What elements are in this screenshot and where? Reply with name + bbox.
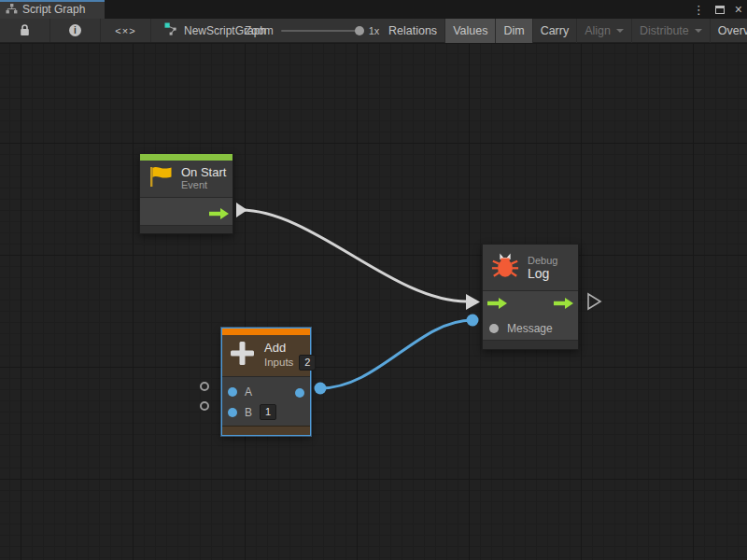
flow-output-port[interactable] bbox=[554, 296, 573, 313]
message-input-port[interactable] bbox=[489, 324, 499, 333]
relations-button[interactable]: Relations bbox=[381, 19, 445, 43]
tab-bar: Script Graph ⋮ × bbox=[0, 0, 747, 19]
zoom-label: Zoom bbox=[245, 24, 274, 37]
carry-button[interactable]: Carry bbox=[533, 19, 578, 43]
window-menu-icon[interactable]: ⋮ bbox=[693, 4, 705, 16]
graph-toolbar: i <×> NewScriptGraph Zoom 1x Re bbox=[0, 19, 747, 43]
zoom-slider-handle[interactable] bbox=[355, 26, 364, 35]
zoom-slider[interactable] bbox=[281, 30, 361, 32]
graph-canvas[interactable]: On Start Event bbox=[0, 44, 747, 560]
maximize-icon[interactable] bbox=[715, 6, 725, 14]
window-controls: ⋮ × bbox=[693, 0, 742, 19]
lock-button[interactable] bbox=[0, 19, 50, 42]
tab-script-graph[interactable]: Script Graph bbox=[0, 0, 105, 19]
node-title: Log bbox=[528, 267, 557, 281]
port-b-outer-socket[interactable] bbox=[200, 401, 209, 411]
wire-layer bbox=[0, 44, 747, 560]
graph-tree-icon bbox=[6, 1, 18, 18]
distribute-dropdown[interactable]: Distribute bbox=[632, 19, 711, 43]
port-label-message: Message bbox=[507, 322, 553, 335]
flow-wire-arrowhead bbox=[466, 294, 480, 310]
port-label-b: B bbox=[245, 406, 252, 419]
inputs-label: Inputs bbox=[264, 357, 293, 369]
toolbar-buttons: Relations Values Dim Carry Align Distrib… bbox=[381, 19, 747, 43]
value-wire-source-dot[interactable] bbox=[315, 383, 327, 395]
value-wire[interactable] bbox=[320, 320, 472, 388]
values-button[interactable]: Values bbox=[445, 19, 496, 43]
flag-icon bbox=[148, 166, 173, 191]
node-on-start[interactable]: On Start Event bbox=[139, 153, 233, 234]
node-title: On Start bbox=[181, 165, 226, 179]
lock-icon bbox=[20, 24, 30, 36]
port-a-outer-socket[interactable] bbox=[200, 382, 209, 391]
node-title: Add bbox=[264, 341, 316, 355]
value-wire-target-dot[interactable] bbox=[467, 315, 479, 327]
math-color-strip bbox=[222, 329, 310, 335]
flow-output-port[interactable] bbox=[209, 206, 229, 223]
inspector-button[interactable]: i bbox=[50, 19, 101, 42]
input-port-b[interactable] bbox=[228, 408, 237, 417]
plus-icon bbox=[229, 340, 256, 371]
flow-wire[interactable] bbox=[241, 210, 467, 301]
close-icon[interactable]: × bbox=[735, 3, 742, 16]
code-icon: <×> bbox=[115, 25, 135, 36]
node-add[interactable]: Add Inputs 2 A B 1 bbox=[221, 328, 311, 436]
flow-wire-source-connector[interactable] bbox=[236, 203, 247, 217]
input-port-a[interactable] bbox=[228, 387, 237, 397]
flow-continuation-icon bbox=[588, 294, 600, 309]
node-subtitle: Event bbox=[181, 179, 226, 191]
bug-icon bbox=[491, 252, 519, 283]
chevron-down-icon bbox=[695, 29, 702, 33]
node-debug-log[interactable]: Debug Log bbox=[482, 244, 579, 350]
script-graph-window: Script Graph ⋮ × i <×> bbox=[0, 0, 747, 560]
edit-code-button[interactable]: <×> bbox=[101, 19, 151, 42]
inputs-count-field[interactable]: 2 bbox=[299, 355, 316, 371]
tab-title: Script Graph bbox=[22, 3, 85, 16]
flow-input-port[interactable] bbox=[487, 296, 507, 313]
port-b-value-field[interactable]: 1 bbox=[260, 404, 276, 420]
overview-button[interactable]: Overview bbox=[711, 19, 747, 43]
chevron-down-icon bbox=[616, 29, 624, 33]
script-graph-asset-icon bbox=[164, 22, 178, 39]
node-surtitle: Debug bbox=[528, 255, 557, 267]
sum-output-port[interactable] bbox=[295, 388, 304, 398]
zoom-control: Zoom 1x bbox=[245, 19, 379, 43]
dim-button[interactable]: Dim bbox=[496, 19, 532, 43]
align-dropdown[interactable]: Align bbox=[577, 19, 632, 43]
port-label-a: A bbox=[245, 385, 252, 399]
info-icon: i bbox=[69, 24, 81, 36]
event-color-strip bbox=[140, 154, 233, 161]
zoom-value: 1x bbox=[369, 25, 380, 36]
